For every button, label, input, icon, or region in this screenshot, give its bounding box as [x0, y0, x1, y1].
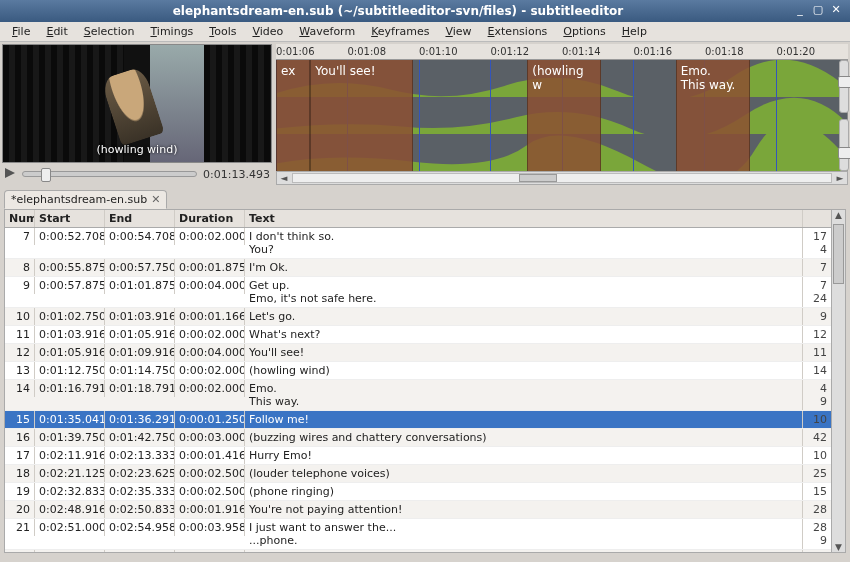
cell-duration: 0:00:02.500: [175, 465, 245, 482]
menu-edit[interactable]: Edit: [38, 23, 75, 40]
cell-end: 0:01:36.291: [105, 411, 175, 428]
table-row[interactable]: 130:01:12.7500:01:14.7500:00:02.000(howl…: [5, 362, 831, 380]
waveform-segment[interactable]: ex: [276, 60, 310, 171]
cell-text: Emo. This way.: [245, 380, 803, 410]
waveform-segment[interactable]: (howling w: [527, 60, 601, 171]
menu-waveform[interactable]: Waveform: [291, 23, 363, 40]
table-row[interactable]: 200:02:48.9160:02:50.8330:00:01.916You'r…: [5, 501, 831, 519]
ruler-tick: 0:01:18: [705, 46, 744, 57]
menu-options[interactable]: Options: [555, 23, 613, 40]
table-row[interactable]: 210:02:51.0000:02:54.9580:00:03.958I jus…: [5, 519, 831, 550]
table-row[interactable]: 110:01:03.9160:01:05.9160:00:02.000What'…: [5, 326, 831, 344]
cell-start: 0:01:12.750: [35, 362, 105, 379]
col-num[interactable]: Num: [5, 210, 35, 227]
tabbar: *elephantsdream-en.sub ✕: [0, 187, 850, 209]
table-row[interactable]: 150:01:35.0410:01:36.2910:00:01.250Follo…: [5, 411, 831, 429]
menu-extensions[interactable]: Extensions: [480, 23, 556, 40]
cell-cps: 7 24: [803, 277, 831, 307]
scroll-left-icon[interactable]: ◄: [277, 173, 291, 183]
table-row[interactable]: 80:00:55.8750:00:57.7500:00:01.875I'm Ok…: [5, 259, 831, 277]
table-row[interactable]: 190:02:32.8330:02:35.3330:00:02.500(phon…: [5, 483, 831, 501]
cell-text: I just want to answer the... ...phone.: [245, 519, 803, 549]
menu-view[interactable]: View: [437, 23, 479, 40]
menu-help[interactable]: Help: [614, 23, 655, 40]
waveform-body[interactable]: exYou'll see!(howling wEmo.This way.: [276, 60, 848, 171]
menu-file[interactable]: File: [4, 23, 38, 40]
waveform-scale-slider[interactable]: [839, 119, 849, 172]
table-row[interactable]: 70:00:52.7080:00:54.7080:00:02.000I don'…: [5, 228, 831, 259]
cell-text: Hurry Emo!: [245, 447, 803, 464]
close-button[interactable]: ✕: [828, 3, 844, 19]
cell-start: 0:02:21.125: [35, 465, 105, 482]
scroll-down-icon[interactable]: ▼: [832, 542, 845, 552]
cell-duration: 0:00:01.916: [175, 501, 245, 518]
cell-text: (phone ringing): [245, 483, 803, 500]
cell-num: 19: [5, 483, 35, 500]
cell-text: Get up. Emo, it's not safe here.: [245, 277, 803, 307]
cell-duration: 0:00:03.000: [175, 429, 245, 446]
tab-close-icon[interactable]: ✕: [151, 193, 160, 206]
grid-header[interactable]: Num Start End Duration Text: [5, 210, 831, 228]
play-button[interactable]: [4, 167, 16, 182]
cell-start: 0:01:02.750: [35, 308, 105, 325]
table-row[interactable]: 90:00:57.8750:01:01.8750:00:04.000Get up…: [5, 277, 831, 308]
col-duration[interactable]: Duration: [175, 210, 245, 227]
cell-cps: 15: [803, 483, 831, 500]
video-caption: (howling wind): [97, 143, 178, 156]
cell-num: 21: [5, 519, 35, 536]
table-row[interactable]: 100:01:02.7500:01:03.9160:00:01.166Let's…: [5, 308, 831, 326]
cell-cps: 7: [803, 259, 831, 276]
table-row[interactable]: 140:01:16.7910:01:18.7910:00:02.000Emo. …: [5, 380, 831, 411]
minimize-button[interactable]: _: [792, 3, 808, 19]
cell-start: 0:01:05.916: [35, 344, 105, 361]
menu-keyframes[interactable]: Keyframes: [363, 23, 437, 40]
waveform-hscroll[interactable]: ◄ ►: [276, 171, 848, 185]
menu-selection[interactable]: Selection: [76, 23, 143, 40]
cell-start: 0:02:51.000: [35, 519, 105, 536]
cell-end: 0:02:50.833: [105, 501, 175, 518]
table-row[interactable]: 220:02:55.8330:02:58.8750:00:03.041Emo, …: [5, 550, 831, 552]
cell-num: 22: [5, 550, 35, 552]
cell-duration: 0:00:02.000: [175, 228, 245, 245]
cell-start: 0:02:55.833: [35, 550, 105, 552]
col-start[interactable]: Start: [35, 210, 105, 227]
col-end[interactable]: End: [105, 210, 175, 227]
cell-cps: 10: [803, 411, 831, 428]
scroll-up-icon[interactable]: ▲: [832, 210, 845, 220]
scroll-right-icon[interactable]: ►: [833, 173, 847, 183]
waveform-segment[interactable]: You'll see!: [310, 60, 413, 171]
video-pane: (howling wind) 0:01:13.493: [2, 44, 272, 185]
svg-marker-0: [5, 168, 15, 178]
cell-num: 16: [5, 429, 35, 446]
cell-start: 0:01:35.041: [35, 411, 105, 428]
cell-cps: 14: [803, 362, 831, 379]
grid-vscroll[interactable]: ▲ ▼: [831, 210, 845, 552]
menu-timings[interactable]: Timings: [142, 23, 201, 40]
menu-tools[interactable]: Tools: [201, 23, 244, 40]
document-tab[interactable]: *elephantsdream-en.sub ✕: [4, 190, 167, 209]
table-row[interactable]: 170:02:11.9160:02:13.3330:00:01.416Hurry…: [5, 447, 831, 465]
titlebar: elephantsdream-en.sub (~/subtitleeditor-…: [0, 0, 850, 22]
cell-duration: 0:00:04.000: [175, 344, 245, 361]
ruler-tick: 0:01:10: [419, 46, 458, 57]
ruler-tick: 0:01:14: [562, 46, 601, 57]
cell-cps: 12: [803, 326, 831, 343]
table-row[interactable]: 180:02:21.1250:02:23.6250:00:02.500(loud…: [5, 465, 831, 483]
cell-num: 7: [5, 228, 35, 245]
cell-duration: 0:00:02.500: [175, 483, 245, 500]
menu-video[interactable]: Video: [244, 23, 291, 40]
table-row[interactable]: 160:01:39.7500:01:42.7500:00:03.000(buzz…: [5, 429, 831, 447]
maximize-button[interactable]: ▢: [810, 3, 826, 19]
waveform-segment[interactable]: Emo.This way.: [676, 60, 750, 171]
video-seek-slider[interactable]: [22, 171, 197, 177]
subtitle-grid: Num Start End Duration Text 70:00:52.708…: [4, 209, 846, 553]
col-text[interactable]: Text: [245, 210, 803, 227]
cell-num: 10: [5, 308, 35, 325]
cell-cps: 25: [803, 465, 831, 482]
cell-num: 14: [5, 380, 35, 397]
waveform-vzoom-slider[interactable]: [839, 60, 849, 113]
cell-cps: 10: [803, 447, 831, 464]
table-row[interactable]: 120:01:05.9160:01:09.9160:00:04.000You'l…: [5, 344, 831, 362]
waveform-ruler[interactable]: 0:01:060:01:080:01:100:01:120:01:140:01:…: [276, 44, 848, 60]
video-frame[interactable]: (howling wind): [2, 44, 272, 163]
